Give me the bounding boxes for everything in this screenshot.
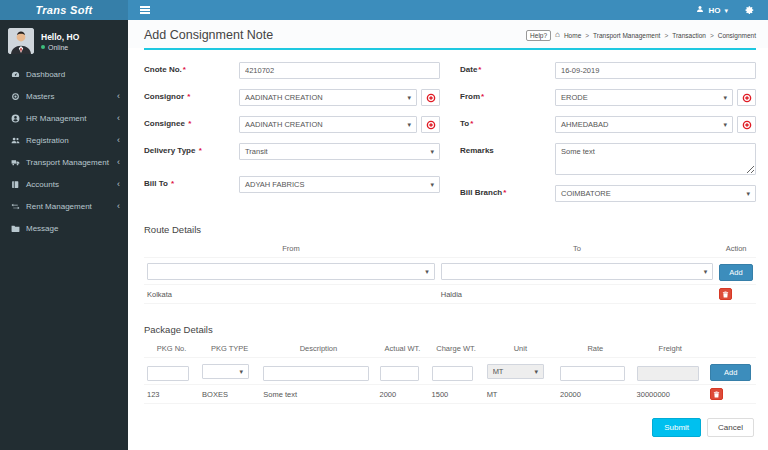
- to-select[interactable]: AHMEDABAD▾: [555, 116, 733, 133]
- consignor-field: Consignor * AADINATH CREATION▾: [144, 89, 440, 106]
- chevron-left-icon: ‹: [117, 92, 120, 101]
- sidebar-item-rent-management[interactable]: Rent Management ‹: [0, 195, 128, 217]
- chevron-left-icon: ‹: [117, 202, 120, 211]
- date-field: Date*: [460, 62, 756, 79]
- user-greeting: Hello, HO: [41, 32, 79, 42]
- route-to-value: Haldia: [438, 287, 716, 302]
- pkg-type-select[interactable]: ▾: [202, 364, 249, 379]
- dashboard-icon: [10, 69, 20, 79]
- top-bar: Trans Soft HO ▾: [0, 0, 768, 20]
- caret-down-icon: ▾: [425, 268, 429, 275]
- sidebar-user-panel: Hello, HO Online: [0, 20, 128, 63]
- date-input[interactable]: [555, 62, 756, 79]
- breadcrumb-transport-management[interactable]: Transport Management: [593, 32, 660, 39]
- package-add-button[interactable]: Add: [710, 364, 751, 381]
- caret-down-icon: ▾: [430, 148, 434, 155]
- actual-wt-input[interactable]: [380, 366, 419, 381]
- sidebar-item-transport-management[interactable]: Transport Management ‹: [0, 151, 128, 173]
- freight-input: [637, 366, 699, 381]
- content-area: Add Consignment Note Help? ⌂ Home > Tran…: [128, 20, 768, 450]
- consignee-select[interactable]: AADINATH CREATION▾: [239, 116, 417, 133]
- route-from-select[interactable]: ▾: [147, 263, 435, 280]
- bill-to-field: Bill To * ADYAH FABRICS▾: [144, 176, 440, 193]
- navbar-right: HO ▾: [696, 1, 768, 19]
- form-actions: Submit Cancel: [128, 404, 768, 437]
- caret-down-icon: ▾: [723, 94, 727, 101]
- avatar: [8, 28, 34, 54]
- caret-down-icon: ▾: [239, 368, 243, 375]
- breadcrumb-consignment[interactable]: Consignment: [718, 32, 756, 39]
- hr-icon: [10, 113, 20, 123]
- add-consignor-button[interactable]: [421, 89, 440, 106]
- user-status: Online: [41, 44, 79, 51]
- sidebar-item-message[interactable]: Message: [0, 217, 128, 239]
- route-delete-button[interactable]: [719, 288, 732, 300]
- content-header: Add Consignment Note Help? ⌂ Home > Tran…: [128, 20, 768, 48]
- route-from-value: Kolkata: [144, 287, 438, 302]
- accounts-icon: [10, 179, 20, 189]
- route-add-button[interactable]: Add: [719, 264, 752, 281]
- online-status-label: Online: [48, 44, 68, 51]
- add-to-button[interactable]: [737, 116, 756, 133]
- caret-down-icon: ▾: [724, 7, 728, 14]
- sidebar-item-registration[interactable]: Registration ‹: [0, 129, 128, 151]
- user-menu[interactable]: HO ▾: [696, 5, 728, 15]
- pkg-no-value: 123: [144, 387, 199, 402]
- navbar: HO ▾: [128, 0, 768, 20]
- remarks-textarea[interactable]: Some text: [555, 143, 756, 175]
- sidebar-item-accounts[interactable]: Accounts ‹: [0, 173, 128, 195]
- route-details-section: Route Details From To Action ▾ ▾ Add Kol…: [128, 212, 768, 304]
- description-value: Some text: [260, 387, 376, 402]
- charge-wt-input[interactable]: [432, 366, 474, 381]
- sidebar-menu: Dashboard Masters ‹ HR Management ‹ Regi…: [0, 63, 128, 239]
- breadcrumb-separator: >: [664, 32, 668, 39]
- home-icon: ⌂: [555, 31, 560, 39]
- route-to-select[interactable]: ▾: [441, 263, 713, 280]
- consignee-field: Consignee * AADINATH CREATION▾: [144, 116, 440, 133]
- cnote-input[interactable]: [239, 62, 440, 79]
- sidebar-toggle-icon[interactable]: [128, 6, 162, 14]
- description-input[interactable]: [263, 366, 369, 381]
- bill-to-select[interactable]: ADYAH FABRICS▾: [239, 176, 440, 193]
- package-delete-button[interactable]: [710, 388, 723, 400]
- sidebar-item-dashboard[interactable]: Dashboard: [0, 63, 128, 85]
- consignment-form: Cnote No.* Consignor * AADINATH CREATION…: [128, 50, 768, 212]
- pkg-no-input[interactable]: [147, 366, 189, 381]
- route-details-title: Route Details: [144, 224, 756, 235]
- help-button[interactable]: Help?: [526, 30, 551, 41]
- chevron-left-icon: ‹: [117, 136, 120, 145]
- rate-value: 20000: [557, 387, 634, 402]
- rate-input[interactable]: [560, 366, 625, 381]
- from-select[interactable]: ERODE▾: [555, 89, 733, 106]
- breadcrumb-home[interactable]: Home: [564, 32, 581, 39]
- cancel-button[interactable]: Cancel: [707, 418, 754, 437]
- caret-down-icon: ▾: [430, 181, 434, 188]
- sidebar-item-hr-management[interactable]: HR Management ‹: [0, 107, 128, 129]
- package-table-header: PKG No. PKG TYPE Description Actual WT. …: [144, 340, 756, 358]
- chevron-left-icon: ‹: [117, 158, 120, 167]
- package-details-title: Package Details: [144, 324, 756, 335]
- route-input-row: ▾ ▾ Add: [144, 258, 756, 285]
- chevron-left-icon: ‹: [117, 114, 120, 123]
- sidebar-item-masters[interactable]: Masters ‹: [0, 85, 128, 107]
- submit-button[interactable]: Submit: [652, 418, 701, 437]
- add-from-button[interactable]: [737, 89, 756, 106]
- breadcrumb-separator: >: [710, 32, 714, 39]
- add-consignee-button[interactable]: [421, 116, 440, 133]
- breadcrumb-transaction[interactable]: Transaction: [672, 32, 706, 39]
- bill-branch-select[interactable]: COIMBATORE▾: [555, 185, 756, 202]
- truck-icon: [10, 157, 20, 167]
- delivery-type-select[interactable]: Transit▾: [239, 143, 440, 160]
- settings-gear-icon[interactable]: [744, 1, 754, 19]
- unit-value: MT: [484, 387, 557, 402]
- route-table-row: Kolkata Haldia: [144, 285, 756, 304]
- consignor-select[interactable]: AADINATH CREATION▾: [239, 89, 417, 106]
- unit-select[interactable]: MT▾: [487, 364, 544, 379]
- package-details-section: Package Details PKG No. PKG TYPE Descrip…: [128, 304, 768, 404]
- brand-logo[interactable]: Trans Soft: [0, 0, 128, 20]
- freight-value: 30000000: [634, 387, 707, 402]
- caret-down-icon: ▾: [746, 190, 750, 197]
- user-icon: [696, 5, 704, 15]
- caret-down-icon: ▾: [723, 121, 727, 128]
- user-label: HO: [708, 6, 720, 15]
